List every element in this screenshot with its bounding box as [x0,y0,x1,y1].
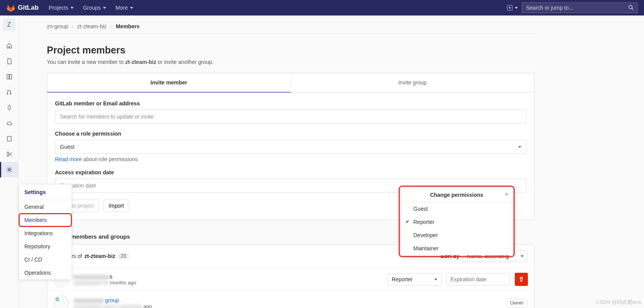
rail-snippets[interactable] [0,146,19,162]
role-select-value: Guest [60,144,74,150]
import-button[interactable]: Import [103,200,129,212]
svg-rect-2 [7,74,9,79]
brand-text: GitLab [18,4,39,12]
global-search[interactable] [522,2,638,13]
page-subtitle: You can invite a new member to zt-zteam-… [47,59,534,65]
chevron-down-icon [521,255,524,257]
expiration-field-label: Access expiration date [55,169,526,176]
top-nav: GitLab Projects Groups More [0,0,644,15]
member-row: 🖼 aaaaaaaaaaaas aaaaaaaaaa 00 months ago… [47,268,534,291]
home-icon [6,43,12,49]
member-info: aaaaaaaaaaaas aaaaaaaaaa 00 months ago [74,274,136,286]
rocket-icon [6,105,12,111]
chevron-down-icon [70,7,74,9]
member-expiration-input[interactable] [446,273,510,286]
merge-icon [6,89,12,95]
flyout-title[interactable]: Settings [19,184,72,200]
role-field-label: Choose a role permission [55,131,526,137]
member-search-input[interactable] [55,110,526,124]
gear-icon [6,167,12,173]
breadcrumb-current: Members [116,23,139,29]
gitlab-icon [6,3,15,12]
nav-more[interactable]: More [111,2,137,13]
tabs: Invite member Invite group [47,73,534,93]
rail-merge-requests[interactable] [0,84,19,100]
change-permissions-popup: Change permissions × Guest Reporter Deve… [401,188,513,255]
rail-repository[interactable] [0,53,19,69]
brand-logo[interactable]: GitLab [6,3,39,12]
flyout-item-integrations[interactable]: Integrations [19,227,72,240]
breadcrumb-item[interactable]: zt-zteam-biz [77,23,107,29]
settings-flyout: Settings General Members Integrations Re… [19,184,72,280]
count-badge: 23 [118,253,129,259]
watermark: CSDN @码农爱java [596,299,641,306]
flyout-item-general[interactable]: General [19,200,72,213]
chevron-down-icon [130,7,133,9]
breadcrumbs: zn-group › zt-zteam-biz › Members [47,15,534,34]
plus-square-icon [507,5,512,10]
trash-icon [519,277,524,282]
tab-invite-group[interactable]: Invite group [291,73,534,93]
project-avatar[interactable]: Z [3,19,15,31]
nav-links: Projects Groups More [45,2,137,13]
rail-operations[interactable] [0,115,19,131]
issues-icon [6,74,12,80]
flyout-item-repository[interactable]: Repository [19,240,72,253]
remove-member-button[interactable] [515,273,528,286]
breadcrumb-item[interactable]: zn-group [47,23,68,29]
perm-option-maintainer[interactable]: Maintainer [401,242,512,255]
cloud-icon [6,120,12,126]
svg-point-1 [629,5,632,9]
perm-option-guest[interactable]: Guest [401,202,512,215]
chevron-right-icon: › [111,24,112,29]
nav-groups[interactable]: Groups [79,2,110,13]
readmore-line: Read more about role permissions [55,156,526,162]
perm-option-reporter[interactable]: Reporter [401,215,512,229]
rail-ci-cd[interactable] [0,100,19,115]
search-input[interactable] [526,5,628,11]
perm-option-developer[interactable]: Developer [401,229,512,242]
svg-point-6 [7,152,9,153]
readmore-link[interactable]: Read more [55,156,82,162]
flyout-item-ci-cd[interactable]: CI / CD [19,253,72,266]
svg-rect-4 [7,136,11,141]
nav-projects[interactable]: Projects [45,2,78,13]
member-role-select[interactable]: Reporter [387,273,442,286]
new-dropdown[interactable] [503,5,522,10]
rail-issues[interactable] [0,69,19,84]
flyout-item-members[interactable]: Members [19,213,72,227]
book-icon [6,136,12,142]
member-field-label: GitLab member or Email address [55,100,526,107]
chevron-down-icon [103,7,106,9]
document-icon [6,58,12,64]
role-select[interactable]: Guest [55,140,526,154]
rail-settings[interactable] [0,162,19,177]
rail-home[interactable] [0,38,19,53]
rail-wiki[interactable] [0,131,19,146]
main-content: zn-group › zt-zteam-biz › Members Projec… [19,15,644,308]
flyout-item-operations[interactable]: Operations [19,266,72,279]
chevron-right-icon: › [72,24,73,29]
chevron-down-icon [515,7,518,9]
tab-invite-member[interactable]: Invite member [47,73,291,93]
avatar: 🖼 [53,295,69,308]
group-link[interactable]: group [105,297,119,303]
page-title: Project members [47,45,534,56]
member-info: aaaaaaaaaa group aaaaaaaaaa aaaa 0 aaaaa… [74,297,152,308]
chevron-down-icon [518,146,521,148]
search-icon [628,5,634,11]
svg-point-5 [7,155,9,157]
scissors-icon [6,151,12,157]
close-icon[interactable]: × [505,191,509,198]
owner-badge: Owner [506,299,528,307]
svg-rect-3 [10,74,12,79]
svg-point-7 [8,169,10,171]
left-rail: Z [0,15,19,308]
popup-title: Change permissions × [401,188,512,202]
chevron-down-icon [434,279,437,280]
member-row: 🖼 aaaaaaaaaa group aaaaaaaaaa aaaa 0 aaa… [47,291,534,308]
